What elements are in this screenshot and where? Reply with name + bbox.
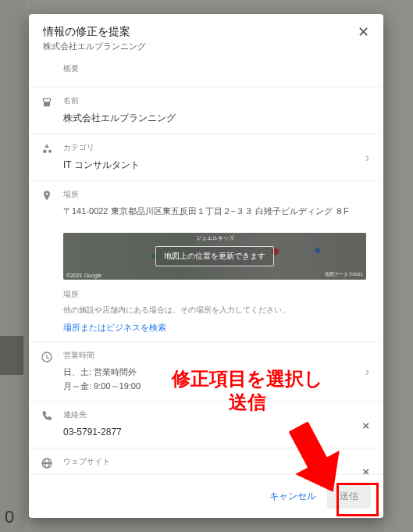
chevron-right-icon: › — [365, 365, 369, 379]
map-attr-right: 地図データ ©2021 — [325, 271, 363, 278]
search-location-link[interactable]: 場所またはビジネスを検索 — [63, 322, 366, 334]
located-in-section: 場所 他の施設や店舗内にある場合は、その場所を入力してください。 場所またはビジ… — [29, 287, 380, 341]
map-attr-left: ©2021 Google — [66, 273, 101, 278]
annotation-arrow-icon — [289, 422, 344, 496]
phone-icon — [40, 409, 54, 423]
annotation-highlight-box — [336, 483, 379, 516]
category-section[interactable]: カテゴリ IT コンサルタント › — [29, 134, 380, 180]
located-in-note: 他の施設や店舗内にある場合は、その場所を入力してください。 — [63, 305, 366, 316]
close-icon[interactable]: ✕ — [358, 25, 369, 39]
category-icon — [40, 142, 54, 156]
annotation-line2: 送信 — [229, 391, 266, 412]
modal-header: 情報の修正を提案 株式会社エルプランニング ✕ — [29, 14, 383, 60]
located-in-label: 場所 — [63, 289, 366, 300]
map-update-button[interactable]: 地図上の位置を更新できます — [155, 246, 274, 266]
overview-label: 概要 — [63, 63, 366, 74]
store-icon — [40, 95, 54, 109]
pin-icon — [40, 189, 54, 203]
modal-subtitle: 株式会社エルプランニング — [43, 41, 146, 52]
map-preview[interactable]: ジュエルキッズ 地図上の位置を更新できます ©2021 Google 地図データ… — [63, 233, 366, 280]
globe-icon — [40, 456, 54, 470]
category-value: IT コンサルタント — [63, 158, 366, 173]
annotation-text: 修正項目を選択し 送信 — [172, 367, 323, 414]
location-section[interactable]: 場所 〒141-0022 東京都品川区東五反田１丁目２−３３ 白雉子ビルディング… — [29, 180, 380, 227]
name-section[interactable]: 名前 株式会社エルプランニング — [29, 87, 380, 134]
location-label: 場所 — [63, 189, 366, 200]
clear-phone-icon[interactable]: × — [362, 418, 369, 431]
name-label: 名前 — [63, 95, 366, 106]
name-value: 株式会社エルプランニング — [63, 111, 366, 126]
hours-label: 営業時間 — [63, 350, 366, 361]
modal-title: 情報の修正を提案 — [43, 25, 146, 39]
annotation-line1: 修正項目を選択し — [172, 368, 323, 389]
clear-website-icon[interactable]: × — [362, 465, 369, 474]
chevron-right-icon: › — [365, 151, 369, 165]
clock-icon — [40, 350, 54, 364]
address-value: 〒141-0022 東京都品川区東五反田１丁目２−３３ 白雉子ビルディング ８F — [63, 205, 366, 219]
svg-marker-0 — [289, 422, 344, 496]
overview-section: 概要 — [29, 60, 380, 87]
map-top-label: ジュエルキッズ — [196, 234, 234, 242]
category-label: カテゴリ — [63, 142, 366, 153]
